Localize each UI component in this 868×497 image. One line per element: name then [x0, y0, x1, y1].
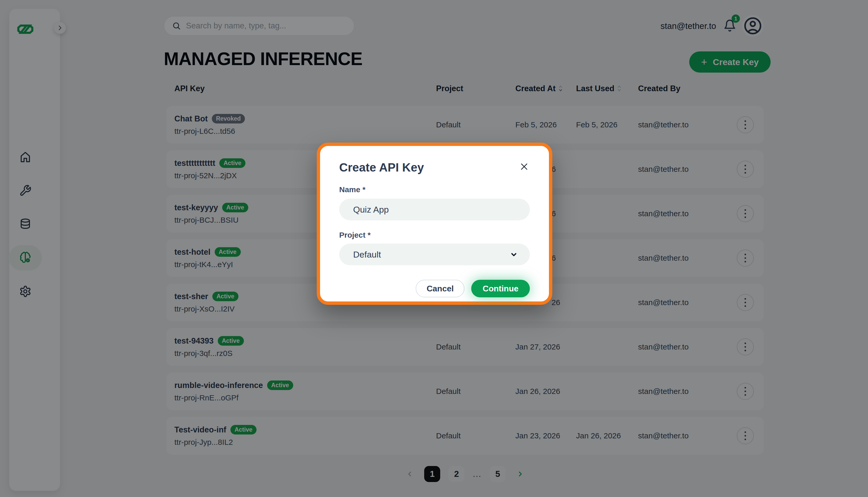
- modal-title: Create API Key: [339, 160, 424, 174]
- close-icon: [520, 162, 529, 171]
- app-root: stan@tether.to 1 MANAGED INFERENCE + Cre…: [0, 0, 868, 497]
- name-field-label: Name *: [339, 185, 530, 194]
- project-select[interactable]: Default: [339, 244, 530, 265]
- api-key-name-input[interactable]: [339, 199, 530, 221]
- create-api-key-modal: Create API Key Name * Project * Default …: [317, 143, 552, 305]
- chevron-down-icon: [509, 250, 518, 259]
- cancel-button[interactable]: Cancel: [416, 280, 465, 297]
- project-select-value: Default: [353, 250, 381, 260]
- modal-close-button[interactable]: [518, 161, 530, 173]
- continue-button[interactable]: Continue: [471, 280, 530, 297]
- project-field-label: Project *: [339, 231, 530, 240]
